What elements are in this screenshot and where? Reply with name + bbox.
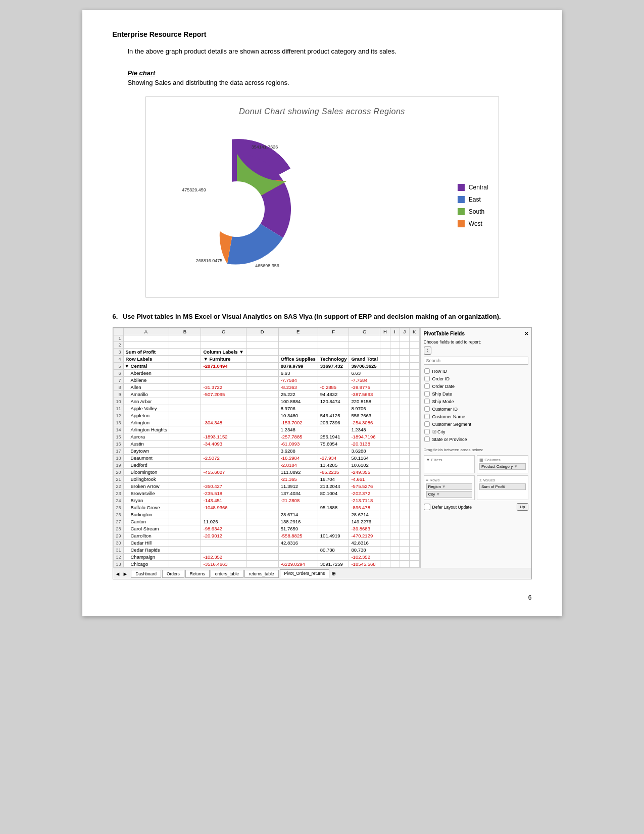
pivot-search-input[interactable] [424,357,528,365]
table-cell: Technology [318,356,349,363]
table-cell [278,342,318,349]
col-header-f: F [318,328,349,335]
table-cell: -4.661 [349,476,380,483]
table-cell [318,511,349,518]
tab-orders-table[interactable]: orders_table [211,570,243,578]
table-cell [349,342,380,349]
table-cell [246,370,278,377]
table-cell [409,377,419,384]
table-cell: 120.8474 [318,398,349,405]
tab-pivot-orders-returns[interactable]: Pivot_Orders_returns [280,569,330,578]
tab-returns[interactable]: Returns [185,570,210,578]
table-cell [400,483,409,490]
table-cell [400,356,409,363]
table-cell [409,539,419,547]
table-cell: Amarillo [123,391,169,398]
section-6-title: 6. Use Pivot tables in MS Excel or Visua… [113,313,532,320]
table-row: 30Cedar Hill42.831642.8316 [113,539,419,547]
table-cell [409,518,419,525]
table-cell [409,412,419,419]
svg-text:354141.7626: 354141.7626 [251,144,278,150]
table-cell [246,405,278,412]
table-cell [169,398,201,405]
pivot-field-customername: Customer Name [424,413,528,420]
section-6: 6. Use Pivot tables in MS Excel or Visua… [113,313,532,579]
table-cell [318,539,349,547]
table-cell: Sum of Profit [123,349,169,356]
page: Enterprise Resource Report In the above … [82,10,562,616]
table-cell: Cedar Hill [123,539,169,547]
tab-nav-left[interactable]: ◄ [115,571,121,577]
table-cell [390,504,400,511]
table-cell: 220.8158 [349,398,380,405]
pivot-tag-productcat: Product Category ▼ [479,463,526,470]
table-cell: 3.6288 [278,448,318,455]
table-cell: -1048.9366 [201,504,246,511]
row-number: 26 [113,511,123,518]
table-cell [390,370,400,377]
pie-chart-section: Pie chart Showing Sales and distributing… [128,69,532,86]
table-row: 23Brownsville-235.518137.403480.1004-202… [113,490,419,497]
tab-dashboard[interactable]: Dashboard [131,570,161,578]
defer-update-area: Defer Layout Update Up [424,503,528,511]
table-cell [169,433,201,440]
table-cell [169,356,201,363]
tab-returns-table[interactable]: returns_table [244,570,279,578]
table-cell [400,497,409,504]
table-cell [409,370,419,377]
defer-checkbox[interactable] [424,504,430,510]
table-cell [246,433,278,440]
table-cell: Column Labels ▼ [201,349,246,356]
table-cell [278,335,318,342]
excel-table: A B C D E F G H I J K [113,328,420,568]
row-number: 18 [113,455,123,462]
table-cell: Office Supplies [278,356,318,363]
table-cell [390,363,400,370]
table-cell: -18545.568 [349,561,380,568]
tab-nav-right[interactable]: ► [122,571,128,577]
update-button[interactable]: Up [517,503,528,511]
table-cell: -61.0093 [278,440,318,448]
table-cell [169,547,201,554]
table-cell [169,511,201,518]
table-cell [400,342,409,349]
table-cell: -39.8683 [349,525,380,532]
table-cell [380,525,390,532]
report-title: Enterprise Resource Report [113,30,532,38]
table-cell [169,363,201,370]
table-cell [278,547,318,554]
table-cell [409,405,419,412]
table-cell [380,405,390,412]
pivot-toggle-btn[interactable]: 〈 [424,347,431,355]
table-cell: -98.6342 [201,525,246,532]
col-header-rownum [113,328,123,335]
table-row: 19Bedford-2.818413.428510.6102 [113,462,419,469]
legend-label-south: South [469,208,484,215]
pivot-close-icon[interactable]: ✕ [524,331,528,336]
table-cell [390,398,400,405]
table-cell [400,426,409,433]
table-cell [390,440,400,448]
row-number: 1 [113,335,123,342]
row-number: 31 [113,547,123,554]
table-cell [390,412,400,419]
col-header-g: G [349,328,380,335]
table-cell [380,539,390,547]
col-header-a: A [123,328,169,335]
legend-color-west [458,220,465,227]
row-number: 30 [113,539,123,547]
table-cell [390,561,400,568]
pivot-field-shipmode: Ship Mode [424,398,528,405]
table-row: 29Carrollton-20.9012-558.8825101.4919-47… [113,532,419,539]
pivot-field-list: Row ID Order ID Order Date Ship Date Shi… [424,368,528,443]
table-cell [246,342,278,349]
pivot-tag-sumprofit: Sum of Profit [479,483,526,490]
table-cell: -7.7584 [349,377,380,384]
table-cell: Bloomington [123,469,169,476]
table-cell [246,490,278,497]
table-cell [390,554,400,561]
table-cell [400,335,409,342]
tab-orders[interactable]: Orders [162,570,184,578]
table-cell: Bryan [123,497,169,504]
tab-add[interactable]: ⊕ [331,570,336,577]
